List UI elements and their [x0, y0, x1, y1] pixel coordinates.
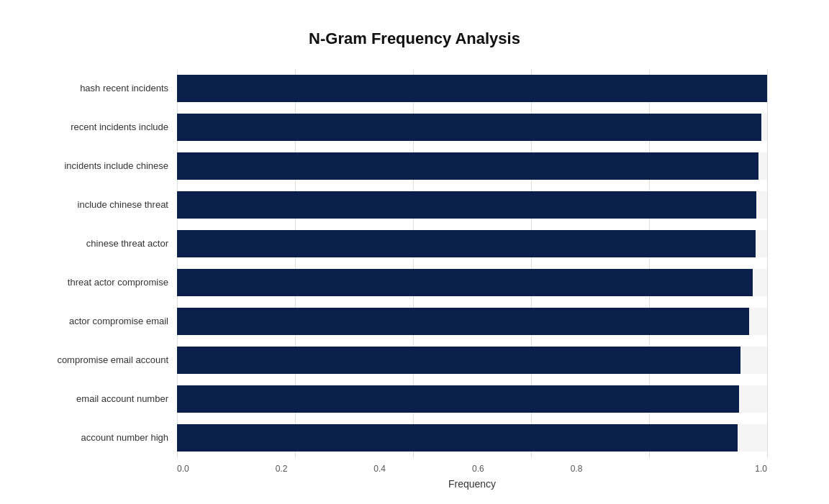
- x-axis-label: Frequency: [177, 478, 767, 490]
- bar-wrapper: [177, 269, 767, 296]
- x-tick: 0.4: [373, 464, 472, 474]
- bar-label: incidents include chinese: [26, 160, 177, 171]
- bar-row: compromise email account: [177, 342, 767, 379]
- bar-label: hash recent incidents: [26, 83, 177, 93]
- bar-row: incidents include chinese: [177, 147, 767, 185]
- plot-area: hash recent incidentsrecent incidents in…: [177, 70, 767, 458]
- bar-label: threat actor compromise: [26, 277, 177, 288]
- bar-wrapper: [177, 385, 767, 413]
- x-tick: 0.0: [177, 464, 276, 474]
- bar-row: actor compromise email: [177, 303, 767, 340]
- gridline-100: [767, 70, 768, 458]
- bar-label: recent incidents include: [26, 122, 177, 132]
- bar-row: chinese threat actor: [177, 225, 767, 262]
- bar-row: account number high: [177, 419, 767, 457]
- bar-row: threat actor compromise: [177, 264, 767, 301]
- bar-label: chinese threat actor: [26, 238, 177, 249]
- bar-wrapper: [177, 191, 767, 219]
- bar: [177, 152, 758, 180]
- x-tick: 0.6: [472, 464, 571, 474]
- bar-wrapper: [177, 347, 767, 374]
- bar-wrapper: [177, 308, 767, 335]
- bar: [177, 424, 738, 452]
- x-tick: 1.0: [669, 464, 767, 474]
- bar-label: compromise email account: [26, 354, 177, 365]
- bar: [177, 230, 756, 257]
- bar-row: hash recent incidents: [177, 70, 767, 107]
- bar-row: recent incidents include: [177, 109, 767, 146]
- bar-row: include chinese threat: [177, 186, 767, 224]
- chart-title: N-Gram Frequency Analysis: [62, 29, 767, 48]
- bar-wrapper: [177, 424, 767, 452]
- bar-wrapper: [177, 152, 767, 180]
- bar: [177, 385, 739, 413]
- bar: [177, 75, 767, 102]
- bar: [177, 308, 749, 335]
- bar: [177, 269, 753, 296]
- chart-container: N-Gram Frequency Analysis hash recent in…: [19, 8, 810, 497]
- bar-label: actor compromise email: [26, 316, 177, 326]
- bar-label: email account number: [26, 393, 177, 404]
- bar-wrapper: [177, 114, 767, 141]
- bar: [177, 347, 740, 374]
- bar-wrapper: [177, 230, 767, 257]
- bar: [177, 191, 756, 219]
- x-tick: 0.2: [276, 464, 374, 474]
- bar: [177, 114, 761, 141]
- bars-container: hash recent incidentsrecent incidents in…: [177, 70, 767, 457]
- bar-row: email account number: [177, 380, 767, 418]
- bar-wrapper: [177, 75, 767, 102]
- x-axis: 0.00.20.40.60.81.0: [177, 464, 767, 474]
- bar-label: account number high: [26, 432, 177, 443]
- bars-and-axes: hash recent incidentsrecent incidents in…: [177, 70, 767, 490]
- x-tick: 0.8: [571, 464, 669, 474]
- bar-label: include chinese threat: [26, 199, 177, 210]
